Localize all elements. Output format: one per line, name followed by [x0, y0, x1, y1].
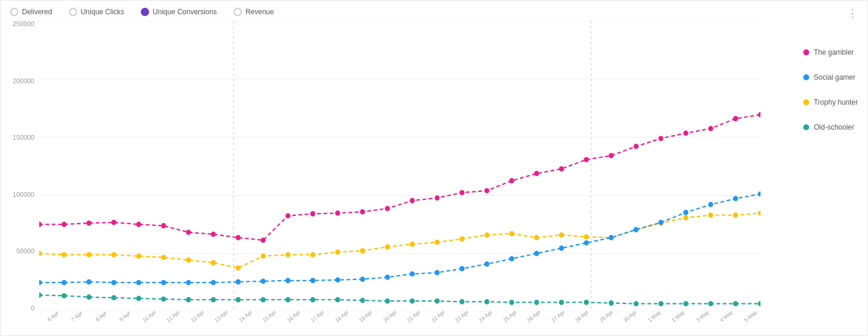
dot-old-17	[459, 299, 464, 304]
dot-social-3	[111, 280, 116, 285]
legend-label-delivered: Delivered	[22, 8, 52, 16]
dot-trophy-10	[285, 252, 290, 258]
dot-gambler-2	[86, 221, 91, 226]
right-legend-oldschool[interactable]: Old-schooler	[803, 123, 858, 131]
dot-trophy-3	[111, 252, 116, 258]
dot-gambler-29	[758, 112, 760, 117]
dot-old-13	[360, 298, 365, 303]
right-legend-label-social: Social gamer	[814, 73, 856, 81]
right-legend-label-trophy: Trophy hunter	[814, 98, 858, 106]
legend-item-delivered[interactable]: Delivered	[10, 8, 52, 16]
dot-trophy-8	[236, 265, 241, 271]
dot-trophy-16	[435, 240, 440, 245]
more-options-icon[interactable]: ⋮	[847, 8, 858, 18]
legend-item-unique-conversions[interactable]: Unique Conversions	[141, 8, 217, 16]
legend-item-revenue[interactable]: Revenue	[233, 8, 274, 16]
dot-gambler-19	[509, 178, 514, 184]
dot-old-2	[86, 294, 91, 300]
dot-gambler-12	[335, 211, 340, 216]
dot-old-14	[385, 299, 390, 304]
dot-trophy-17	[459, 236, 464, 241]
dot-old-21	[559, 300, 564, 305]
dot-trophy-21	[559, 233, 564, 238]
dot-gambler-9	[261, 238, 266, 243]
dot-gambler-18	[484, 188, 489, 193]
dot-social-16	[435, 270, 440, 275]
dot-old-23	[609, 300, 614, 306]
dot-gambler-23	[609, 153, 614, 158]
dot-social-9	[261, 278, 266, 284]
right-legend-gambler[interactable]: The gambler	[803, 48, 858, 56]
dot-gambler-8	[236, 235, 241, 240]
dot-social-4	[136, 280, 141, 285]
dot-trophy-19	[509, 231, 514, 236]
x-axis: 6 Apr 7 Apr 8 Apr 9 Apr 10 Apr 11 Apr 12…	[39, 312, 760, 335]
dot-social-29	[758, 191, 760, 197]
y-axis: 0 50000 100000 150000 200000 250000	[1, 21, 39, 312]
dot-social-11	[310, 278, 315, 283]
dot-social-0	[39, 280, 42, 285]
dot-social-13	[360, 277, 365, 282]
legend-circle-unique-conversions	[141, 8, 149, 16]
dot-social-14	[385, 275, 390, 280]
dot-social-26	[683, 210, 688, 215]
dot-social-18	[484, 262, 489, 267]
dot-gambler-16	[435, 195, 440, 200]
dot-social-12	[335, 277, 340, 282]
dot-old-3	[111, 295, 116, 300]
dot-old-5	[161, 296, 166, 302]
dot-old-9	[261, 297, 266, 303]
dot-gambler-24	[633, 144, 638, 149]
dot-trophy-20	[534, 235, 539, 240]
dot-trophy-28	[733, 212, 738, 218]
dot-trophy-6	[186, 258, 191, 263]
right-legend-dot-social	[803, 74, 809, 80]
dot-gambler-25	[658, 136, 663, 141]
dot-gambler-3	[111, 220, 116, 225]
y-label-250k: 250000	[1, 21, 39, 27]
dot-gambler-4	[136, 222, 141, 227]
dot-social-21	[559, 246, 564, 251]
dot-social-6	[186, 280, 191, 285]
dot-social-25	[658, 220, 663, 225]
dot-old-1	[62, 293, 67, 299]
y-label-0: 0	[1, 305, 39, 312]
dot-gambler-20	[534, 171, 539, 176]
dot-gambler-10	[285, 213, 290, 218]
dot-trophy-15	[410, 241, 415, 247]
y-label-50k: 50000	[1, 248, 39, 255]
dot-gambler-22	[584, 157, 589, 162]
dot-trophy-26	[683, 215, 688, 221]
dot-old-0	[39, 293, 42, 298]
dot-gambler-6	[186, 230, 191, 235]
right-legend-dot-trophy	[803, 99, 809, 105]
legend-circle-unique-clicks	[69, 8, 77, 16]
dot-gambler-26	[683, 130, 688, 136]
dot-old-4	[136, 296, 141, 301]
right-legend-trophy[interactable]: Trophy hunter	[803, 98, 858, 106]
dot-gambler-27	[708, 126, 713, 131]
dot-old-24	[633, 301, 638, 306]
legend-item-unique-clicks[interactable]: Unique Clicks	[69, 8, 124, 16]
dot-old-18	[484, 299, 489, 304]
dot-trophy-29	[758, 211, 760, 216]
dot-social-28	[733, 196, 738, 202]
dot-gambler-14	[385, 206, 390, 211]
dot-gambler-5	[161, 223, 166, 228]
dot-gambler-7	[211, 232, 216, 237]
dot-gambler-0	[39, 222, 42, 227]
dot-gambler-15	[410, 198, 415, 203]
top-legend: Delivered Unique Clicks Unique Conversio…	[1, 8, 867, 21]
dot-old-12	[335, 297, 340, 303]
dot-trophy-1	[62, 252, 67, 258]
dot-trophy-14	[385, 244, 390, 250]
right-legend-social[interactable]: Social gamer	[803, 73, 858, 81]
chart-svg	[39, 21, 760, 312]
dot-trophy-27	[708, 212, 713, 218]
dot-old-25	[658, 301, 663, 306]
dot-old-22	[584, 300, 589, 305]
right-legend-dot-oldschool	[803, 124, 809, 130]
dot-social-23	[609, 235, 614, 240]
y-label-200k: 200000	[1, 78, 39, 84]
dot-social-24	[633, 227, 638, 233]
